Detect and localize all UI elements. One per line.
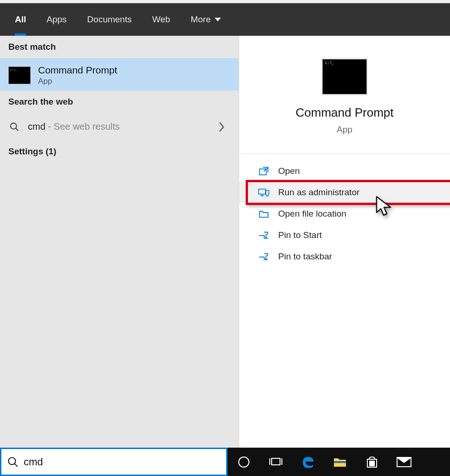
window-chrome-strip [0,0,450,3]
pin-taskbar-icon [258,251,270,262]
web-result-text: cmd - See web results [28,121,120,132]
svg-point-0 [11,123,17,129]
action-pin-to-taskbar[interactable]: Pin to taskbar [239,246,450,267]
store-icon[interactable] [356,448,388,476]
action-open-label: Open [278,166,300,176]
svg-line-1 [16,128,19,131]
action-pin-start-label: Pin to Start [278,230,322,240]
preview-divider [239,153,450,154]
open-icon [258,166,270,176]
preview-subtitle: App [239,125,450,135]
cortana-icon[interactable] [228,448,260,476]
svg-rect-4 [259,189,266,194]
tab-web[interactable]: Web [142,3,181,36]
result-command-prompt[interactable]: Command Prompt App [0,58,239,91]
taskbar [0,448,450,476]
tab-documents[interactable]: Documents [77,3,142,36]
action-open-location-label: Open file location [278,209,346,219]
result-title: Command Prompt [38,65,117,76]
svg-line-3 [264,167,268,172]
taskbar-search-box[interactable] [0,448,228,476]
search-tabs-bar: All Apps Documents Web More [0,3,450,36]
result-subtitle: App [38,77,117,86]
svg-point-9 [239,457,249,467]
search-input[interactable] [24,456,221,468]
tab-all[interactable]: All [5,3,36,36]
web-suffix: - See web results [46,121,120,132]
result-text: Command Prompt App [38,65,117,86]
svg-rect-10 [272,458,280,465]
section-search-web: Search the web [0,91,239,113]
taskbar-icons [228,448,450,476]
search-icon [8,122,20,132]
command-prompt-icon [8,66,31,84]
section-best-match: Best match [0,36,239,58]
svg-rect-17 [370,464,372,466]
results-pane: Best match Command Prompt App Search the… [0,36,239,448]
web-query: cmd [28,121,46,132]
svg-line-8 [14,463,18,467]
edge-icon[interactable] [292,448,324,476]
tab-more[interactable]: More [180,3,231,36]
svg-rect-16 [372,461,374,463]
task-view-icon[interactable] [260,448,292,476]
action-open-file-location[interactable]: Open file location [239,203,450,225]
svg-point-7 [8,457,15,464]
preview-command-prompt-icon [322,59,367,94]
preview-header: Command Prompt App [239,36,450,135]
preview-title: Command Prompt [239,106,450,120]
folder-icon [258,209,270,219]
action-pin-taskbar-label: Pin to taskbar [278,251,332,262]
chevron-down-icon [215,18,221,21]
search-icon [7,456,19,468]
tab-apps[interactable]: Apps [36,3,77,36]
svg-rect-13 [334,461,346,463]
mail-icon[interactable] [388,448,420,476]
svg-rect-18 [372,464,374,466]
search-main: Best match Command Prompt App Search the… [0,36,450,448]
svg-rect-15 [370,461,372,463]
action-pin-to-start[interactable]: Pin to Start [239,225,450,246]
web-result-cmd[interactable]: cmd - See web results [0,113,239,140]
tab-more-label: More [190,14,210,25]
section-settings: Settings (1) [0,140,239,163]
pin-icon [258,230,270,240]
preview-pane: Command Prompt App Open [239,36,450,448]
action-run-admin-label: Run as administrator [278,187,359,198]
file-explorer-icon[interactable] [324,448,356,476]
action-open[interactable]: Open [239,160,450,182]
action-list: Open Run as administrator [239,160,450,267]
shield-monitor-icon [258,187,270,198]
chevron-right-icon [218,122,230,132]
action-run-as-administrator[interactable]: Run as administrator [239,182,450,203]
